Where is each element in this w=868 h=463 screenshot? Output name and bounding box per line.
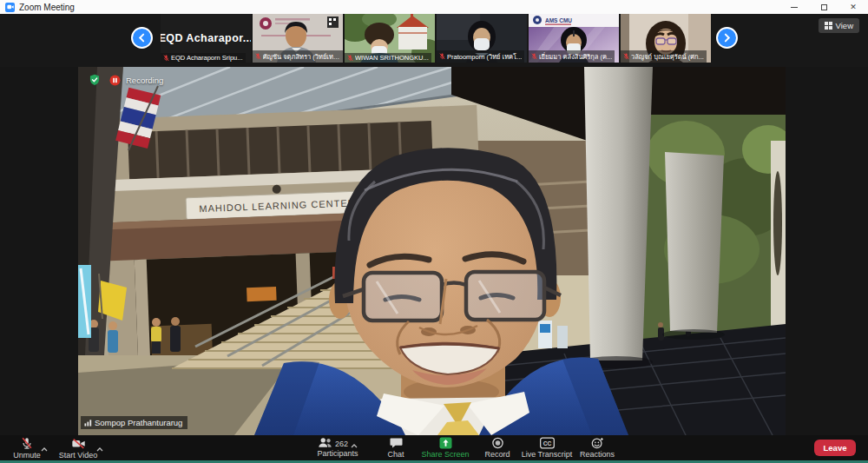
close-button[interactable]: ✕: [838, 0, 868, 14]
signal-strength-icon: [84, 419, 92, 427]
video-tile-4[interactable]: Pratoomporn (วิทย์ เทคโ...: [437, 14, 527, 63]
chevron-up-icon[interactable]: [351, 444, 358, 448]
unmute-options-caret[interactable]: [41, 441, 48, 454]
tile-name-label: WIWAN SRITHONGKU...: [345, 53, 431, 63]
record-button[interactable]: Record: [479, 437, 516, 459]
reactions-button[interactable]: Reactions: [576, 437, 618, 459]
share-screen-icon: [439, 437, 452, 449]
mic-muted-icon: [255, 53, 261, 60]
minimize-button[interactable]: [779, 0, 809, 14]
previous-videos-button[interactable]: [131, 27, 153, 49]
video-tile-5[interactable]: AMS CMU เยี่ยมมา คลังสินศิริกุล (ค...: [529, 14, 619, 63]
filmstrip: EQD Acharapor... EQD Acharaporn Sripu...: [0, 14, 868, 67]
main-stage: MAHIDOL LEARNING CENTER: [0, 67, 868, 435]
share-screen-button[interactable]: Share Screen: [417, 437, 474, 459]
participants-count: 262: [335, 440, 348, 448]
grid-view-icon: [825, 22, 832, 30]
recording-overlay: Recording: [89, 74, 163, 86]
tile-name-label: EQD Acharaporn Sripu...: [161, 53, 246, 63]
mic-muted-icon: [163, 55, 169, 62]
chevron-right-icon: [722, 33, 732, 43]
chat-icon: [390, 437, 403, 449]
speaker-name: Sompop Prathanturarug: [95, 418, 182, 427]
minimize-icon: [791, 7, 798, 8]
svg-text:CC: CC: [542, 440, 551, 446]
closed-captions-icon: CC: [540, 437, 555, 449]
mic-muted-icon: [531, 53, 537, 60]
tile-name-label: Pratoomporn (วิทย์ เทคโ...: [437, 50, 524, 63]
live-transcript-button[interactable]: CC Live Transcript: [517, 437, 576, 459]
next-videos-button[interactable]: [716, 27, 738, 49]
mic-muted-icon: [439, 53, 445, 60]
video-tile-1[interactable]: EQD Acharapor... EQD Acharaporn Sripu...: [161, 14, 251, 63]
video-muted-icon: [71, 437, 86, 450]
recording-icon: [109, 75, 121, 86]
view-button[interactable]: View: [819, 18, 859, 33]
mic-muted-icon: [347, 55, 353, 62]
speaker-nametag: Sompop Prathanturarug: [81, 416, 187, 429]
tile-name-label: วลัญจก์ บุณเยศุรัตน์ (ศก...: [621, 50, 707, 63]
participant-tiles: EQD Acharapor... EQD Acharaporn Sripu...: [161, 14, 711, 63]
tile-name-label: ศัญชัน จตุภสิทรา (วิทย์เทค...: [253, 50, 343, 63]
mic-muted-icon: [623, 53, 629, 60]
video-tile-3[interactable]: WIWAN SRITHONGKU...: [345, 14, 435, 63]
tile-display-name: EQD Acharapor...: [161, 32, 251, 44]
start-video-button[interactable]: Start Video: [54, 437, 102, 460]
participants-icon: [318, 437, 332, 448]
mic-muted-icon: [20, 437, 34, 450]
close-icon: ✕: [850, 3, 857, 11]
leave-button[interactable]: Leave: [814, 440, 856, 456]
video-tile-2[interactable]: ศัญชัน จตุภสิทรา (วิทย์เทค...: [253, 14, 343, 63]
chevron-up-icon: [41, 447, 48, 452]
reactions-smiley-icon: [591, 437, 604, 449]
main-video: MAHIDOL LEARNING CENTER: [78, 67, 786, 435]
svg-text:AMS CMU: AMS CMU: [545, 17, 572, 23]
participants-button[interactable]: 262 Participants: [311, 437, 365, 458]
maximize-button[interactable]: [809, 0, 838, 14]
meeting-toolbar: Unmute Start Video 2: [0, 435, 868, 460]
window-controls: ✕: [779, 0, 868, 14]
video-options-caret[interactable]: [96, 441, 103, 454]
maximize-icon: [821, 4, 827, 10]
zoom-meeting-window: Zoom Meeting ✕ EQD Acharapor... EQD Acha…: [0, 0, 868, 463]
tile-name-label: เยี่ยมมา คลังสินศิริกุล (ค...: [529, 50, 615, 63]
window-title: Zoom Meeting: [19, 3, 75, 12]
chat-button[interactable]: Chat: [380, 437, 411, 459]
record-icon: [491, 437, 504, 449]
zoom-app-icon: [5, 3, 15, 12]
campus-scene: MAHIDOL LEARNING CENTER: [78, 67, 786, 435]
security-shield-icon[interactable]: [89, 74, 101, 86]
window-titlebar: Zoom Meeting ✕: [0, 0, 868, 15]
recording-label: Recording: [126, 76, 163, 85]
chevron-left-icon: [137, 33, 147, 43]
recording-pause-button[interactable]: [109, 75, 121, 86]
video-tile-6[interactable]: วลัญจก์ บุณเยศุรัตน์ (ศก...: [621, 14, 711, 63]
chevron-up-icon: [96, 447, 103, 452]
